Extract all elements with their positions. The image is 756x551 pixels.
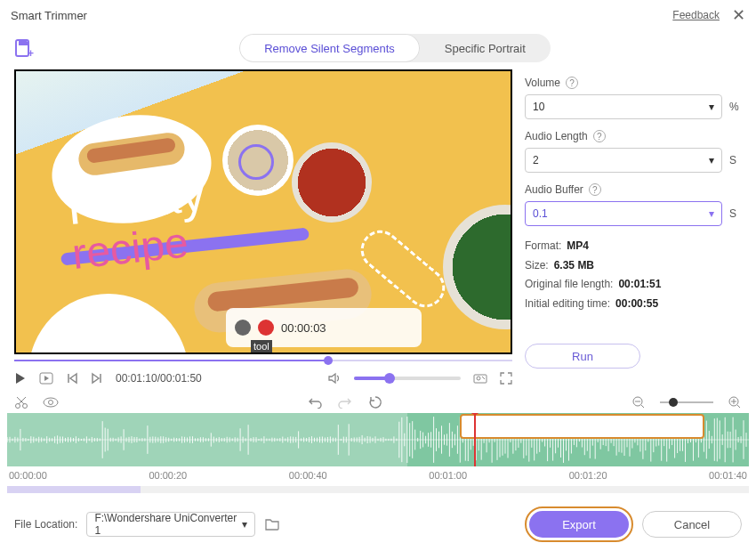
file-location-label: File Location:	[14, 518, 77, 531]
audio-length-label: Audio Length	[525, 130, 588, 142]
mode-segmented-control: Remove Silent Segments Specific Portrait	[239, 34, 551, 62]
init-time-value: 00:00:55	[615, 297, 658, 310]
snapshot-button[interactable]	[473, 372, 487, 385]
cut-button[interactable]	[14, 395, 28, 409]
window-title: Smart Trimmer	[11, 9, 87, 22]
export-highlight: Export	[525, 506, 633, 542]
time-tick: 00:01:40	[709, 470, 747, 481]
help-icon[interactable]: ?	[566, 77, 578, 89]
open-folder-button[interactable]	[264, 517, 280, 531]
length-unit: S	[729, 154, 742, 166]
export-button[interactable]: Export	[529, 511, 629, 538]
orig-length-value: 00:01:51	[618, 278, 661, 290]
play-range-button[interactable]	[39, 372, 53, 385]
overlay-text-bottom: recipe	[70, 219, 191, 278]
tab-specific-portrait[interactable]: Specific Portrait	[420, 34, 551, 62]
rec-time: 00:00:03	[281, 321, 326, 335]
tooltip: tool	[251, 340, 272, 352]
time-tick: 00:00:20	[149, 470, 187, 481]
zoom-out-button[interactable]	[631, 395, 646, 409]
volume-icon[interactable]	[327, 372, 342, 385]
volume-label: Volume	[525, 77, 560, 89]
run-button[interactable]: Run	[525, 344, 640, 369]
waveform[interactable]	[7, 413, 749, 466]
playback-time: 00:01:10/00:01:50	[116, 372, 202, 385]
close-icon[interactable]: ✕	[732, 5, 745, 25]
play-button[interactable]	[14, 372, 27, 385]
audio-buffer-select[interactable]: 0.1▾	[525, 201, 722, 226]
audio-length-select[interactable]: 2▾	[525, 148, 722, 173]
chevron-down-icon: ▾	[709, 207, 714, 220]
size-value: 6.35 MB	[554, 259, 594, 271]
buffer-unit: S	[729, 207, 742, 220]
zoom-slider[interactable]	[660, 401, 713, 403]
reset-button[interactable]	[368, 395, 382, 409]
chevron-down-icon: ▾	[242, 518, 247, 531]
file-location-select[interactable]: F:\Wondershare UniConverter 1▾	[86, 512, 255, 537]
svg-point-6	[23, 404, 28, 409]
format-label: Format:	[525, 239, 561, 252]
svg-point-7	[44, 398, 58, 407]
volume-unit: %	[729, 101, 742, 113]
init-time-label: Initial editing time:	[525, 297, 610, 310]
next-button[interactable]	[91, 372, 103, 385]
add-file-button[interactable]: +	[14, 38, 34, 58]
svg-point-4	[477, 377, 480, 380]
scrub-bar[interactable]	[14, 356, 512, 365]
format-value: MP4	[567, 239, 589, 252]
svg-text:+: +	[28, 47, 34, 58]
volume-select[interactable]: 10▾	[525, 94, 722, 119]
volume-slider[interactable]	[354, 377, 461, 380]
feedback-link[interactable]: Feedback	[672, 9, 720, 21]
time-tick: 00:01:20	[569, 470, 607, 481]
redo-button[interactable]	[338, 395, 352, 409]
size-label: Size:	[525, 259, 549, 271]
tab-remove-silent[interactable]: Remove Silent Segments	[239, 34, 420, 62]
video-preview[interactable]: Fridayrecipe 00:00:03 tool	[14, 69, 512, 354]
cancel-button[interactable]: Cancel	[642, 511, 742, 538]
help-icon[interactable]: ?	[593, 130, 606, 142]
playhead[interactable]	[474, 413, 476, 466]
time-tick: 00:00:40	[289, 470, 327, 481]
time-tick: 00:01:00	[429, 470, 467, 481]
help-icon[interactable]: ?	[589, 183, 601, 196]
zoom-in-button[interactable]	[728, 395, 742, 409]
eye-button[interactable]	[43, 396, 59, 409]
time-tick: 00:00:00	[9, 470, 47, 481]
audio-buffer-label: Audio Buffer	[525, 183, 583, 196]
segment-bar	[7, 486, 749, 493]
svg-point-8	[49, 401, 53, 405]
svg-point-5	[16, 404, 20, 409]
fullscreen-button[interactable]	[500, 372, 512, 385]
chevron-down-icon: ▾	[709, 101, 714, 113]
undo-button[interactable]	[308, 395, 322, 409]
prev-button[interactable]	[66, 372, 78, 385]
orig-length-label: Original file length:	[525, 278, 613, 290]
chevron-down-icon: ▾	[709, 154, 714, 166]
